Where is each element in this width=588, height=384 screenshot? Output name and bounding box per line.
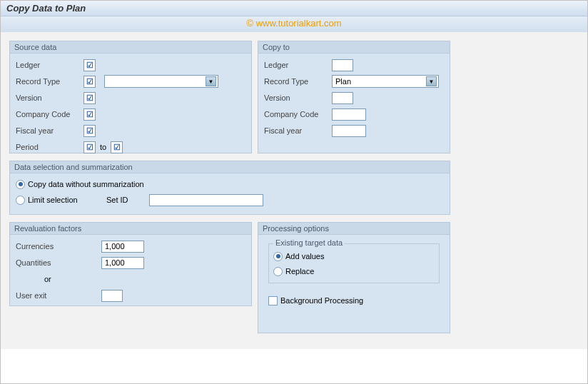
label-copyto-ledger: Ledger <box>264 61 332 69</box>
checkbox-background-processing[interactable] <box>268 296 278 305</box>
panel-processing-options: Processing options Existing target data … <box>258 222 450 333</box>
chevron-down-icon: ▼ <box>206 76 216 86</box>
radio-add-values[interactable] <box>273 252 283 261</box>
label-copy-without-summ: Copy data without summarization <box>28 180 144 188</box>
watermark: © www.tutorialkart.com <box>1 16 587 32</box>
input-copyto-ledger[interactable] <box>332 59 353 71</box>
label-source-fiscal-year: Fiscal year <box>16 126 83 135</box>
panel-title-copyto: Copy to <box>258 41 450 54</box>
label-source-record-type: Record Type <box>16 77 83 86</box>
input-set-id[interactable] <box>149 194 263 206</box>
group-title-existing-target: Existing target data <box>273 238 345 247</box>
panel-title-source: Source data <box>10 41 251 54</box>
label-source-ledger: Ledger <box>16 61 83 69</box>
input-quantities[interactable]: 1,000 <box>101 257 144 269</box>
panel-revaluation-factors: Revaluation factors Currencies 1,000 Qua… <box>9 222 252 306</box>
panel-title-procopt: Processing options <box>258 223 450 235</box>
label-copyto-record-type: Record Type <box>264 77 332 86</box>
label-user-exit: User exit <box>16 291 101 300</box>
input-user-exit[interactable] <box>101 290 123 302</box>
input-source-record-type-check[interactable]: ☑ <box>83 76 96 88</box>
panel-copy-to: Copy to Ledger Record Type Plan ▼ Versio… <box>258 41 450 153</box>
radio-limit-selection[interactable] <box>16 196 25 205</box>
radio-replace[interactable] <box>273 267 283 276</box>
label-quantities: Quantities <box>16 258 101 267</box>
main-content: Source data Ledger ☑ Record Type ☑ ▼ Ver <box>1 32 587 349</box>
label-copyto-fiscal-year: Fiscal year <box>264 126 332 135</box>
input-source-ledger[interactable]: ☑ <box>83 59 96 71</box>
label-add-values: Add values <box>285 252 324 261</box>
label-set-id: Set ID <box>106 196 149 204</box>
label-source-company-code: Company Code <box>16 110 83 118</box>
chevron-down-icon: ▼ <box>426 76 437 86</box>
dropdown-source-record-type[interactable]: ▼ <box>104 75 218 88</box>
label-copyto-company-code: Company Code <box>264 110 332 118</box>
dropdown-copyto-value: Plan <box>335 77 351 86</box>
label-replace: Replace <box>285 267 314 276</box>
input-source-period-from[interactable]: ☑ <box>83 141 96 153</box>
input-source-period-to[interactable]: ☑ <box>111 141 123 153</box>
panel-source-data: Source data Ledger ☑ Record Type ☑ ▼ Ver <box>9 41 252 153</box>
panel-title-datasel: Data selection and summarization <box>10 161 450 173</box>
dropdown-copyto-record-type[interactable]: Plan ▼ <box>332 75 439 88</box>
label-period-to: to <box>100 143 106 151</box>
label-source-period: Period <box>16 143 83 151</box>
input-source-fiscal-year[interactable]: ☑ <box>83 125 96 137</box>
input-source-company-code[interactable]: ☑ <box>83 108 96 121</box>
label-currencies: Currencies <box>16 242 101 251</box>
group-existing-target-data: Existing target data Add values Replace <box>268 243 440 283</box>
label-background-processing: Background Processing <box>280 296 363 305</box>
input-copyto-fiscal-year[interactable] <box>332 125 366 137</box>
input-copyto-company-code[interactable] <box>332 108 366 121</box>
input-currencies[interactable]: 1,000 <box>101 241 144 253</box>
label-or: or <box>44 275 51 283</box>
label-copyto-version: Version <box>264 94 332 102</box>
panel-title-reval: Revaluation factors <box>10 223 251 235</box>
panel-data-selection: Data selection and summarization Copy da… <box>9 161 450 215</box>
input-source-version[interactable]: ☑ <box>83 92 96 104</box>
input-copyto-version[interactable] <box>332 92 353 104</box>
window-title: Copy Data to Plan <box>1 1 587 16</box>
label-limit-selection: Limit selection <box>28 196 106 204</box>
label-source-version: Version <box>16 94 83 102</box>
radio-copy-without-summarization[interactable] <box>16 180 25 189</box>
